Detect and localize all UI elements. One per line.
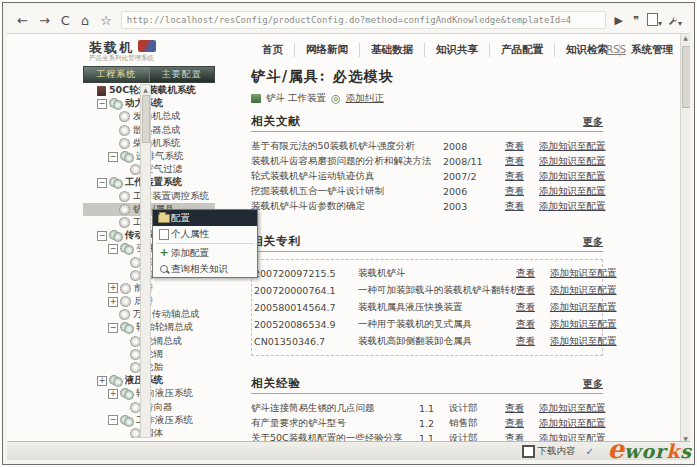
gears-icon [109, 177, 122, 188]
tree-toggle-icon[interactable]: − [108, 323, 118, 333]
add-knowledge-link[interactable]: 添加知识至配置 [539, 417, 606, 430]
tools-menu-button[interactable]: ▾ [668, 11, 682, 30]
tree-toggle-icon[interactable]: − [108, 152, 118, 162]
add-knowledge-link[interactable]: 添加知识至配置 [550, 335, 617, 348]
tree-toggle-icon[interactable]: + [108, 283, 118, 293]
row-cell: 200720097215.5 [254, 268, 358, 279]
view-link[interactable]: 查看 [505, 140, 539, 153]
wrench-icon [668, 16, 678, 26]
eworks-watermark: eworks [608, 434, 692, 464]
page-icon [647, 13, 658, 26]
sidebar-scrollbar[interactable]: ▲ [140, 84, 151, 438]
menu-separator [156, 243, 254, 244]
scrollbar-thumb[interactable] [142, 95, 150, 143]
go-icon[interactable]: ▶ [613, 13, 625, 28]
nav-item-6[interactable]: 系统管理 [620, 43, 684, 57]
download-box-icon [522, 445, 535, 458]
reload-icon[interactable]: C [59, 13, 72, 28]
row-cell: 有产量要求的铲斗型号 [251, 417, 419, 430]
row-cell: 一种可加装卸载斗的装载机铲斗翻转机构 [358, 284, 516, 297]
downloads-status-item[interactable]: 下载内容 [522, 445, 576, 458]
section-rows: 200720097215.5装载机铲斗查看添加知识至配置200720000764… [251, 259, 603, 356]
gears-icon [120, 388, 133, 399]
watermark-s: s [680, 440, 692, 462]
section-title: 相关专利 [251, 234, 301, 249]
nav-item-3[interactable]: 知识共享 [425, 43, 490, 57]
browser-status-bar: 下载内容 ✓ [7, 441, 690, 460]
table-row: 200720097215.5装载机铲斗查看添加知识至配置 [254, 265, 600, 282]
add-knowledge-link[interactable]: 添加知识至配置 [539, 185, 606, 198]
add-knowledge-link[interactable]: 添加知识至配置 [550, 301, 617, 314]
nav-item-2[interactable]: 基础数据 [360, 43, 425, 57]
add-knowledge-link[interactable]: 添加知识至配置 [550, 284, 617, 297]
knowledge-sections: 相关文献更多基于有限元法的50装载机铲斗强度分析2008查看添加知识至配置装载机… [251, 114, 603, 442]
add-knowledge-link[interactable]: 添加知识至配置 [539, 140, 606, 153]
add-knowledge-link[interactable]: 添加知识至配置 [550, 267, 617, 280]
search-icon [160, 265, 168, 273]
view-link[interactable]: 查看 [505, 402, 539, 415]
tree-toggle-icon[interactable]: − [97, 231, 107, 241]
scrollbar-thumb[interactable] [682, 46, 690, 108]
more-link[interactable]: 更多 [583, 377, 603, 391]
view-link[interactable]: 查看 [505, 417, 539, 430]
back-icon[interactable]: ← [15, 13, 30, 28]
more-link[interactable]: 更多 [583, 115, 603, 129]
tree-toggle-icon[interactable]: + [97, 376, 107, 386]
sidebar-tab-0[interactable]: 工程系统 [84, 67, 150, 82]
rss-link[interactable]: RSS [606, 44, 626, 55]
tree-item-label: 50C轮式装载机系统 [109, 84, 196, 97]
view-link[interactable]: 查看 [505, 170, 539, 183]
sidebar-tab-1[interactable]: 主要配置 [150, 67, 215, 82]
section-rows: 基于有限元法的50装载机铲斗强度分析2008查看添加知识至配置装载机斗齿容易磨损… [251, 139, 603, 214]
context-menu-label: 个人属性 [171, 228, 209, 241]
view-link[interactable]: 查看 [516, 301, 550, 314]
view-link[interactable]: 查看 [516, 284, 550, 297]
more-link[interactable]: 更多 [583, 235, 603, 249]
view-link[interactable]: 查看 [516, 318, 550, 331]
quote-icon[interactable]: ❞ [631, 13, 641, 28]
plus-icon: + [159, 248, 168, 258]
context-menu-item-1[interactable]: 个人属性 [153, 226, 257, 242]
view-link[interactable]: 查看 [516, 267, 550, 280]
tree-toggle-icon[interactable]: + [108, 389, 118, 399]
view-link[interactable]: 查看 [505, 155, 539, 168]
row-cell: CN01350346.7 [254, 336, 358, 347]
context-menu-item-3[interactable]: 查询相关知识 [153, 261, 257, 277]
view-link[interactable]: 查看 [516, 335, 550, 348]
page-menu-button[interactable]: ▾ [647, 11, 662, 30]
view-link[interactable]: 查看 [505, 200, 539, 213]
site-header: 装载机 产品全系列化管理系统 首页网络新闻基础数据知识共享产品配置知识检索系统管… [83, 39, 670, 65]
sidebar-tabs: 工程系统主要配置 [83, 66, 215, 83]
table-row: 铲斗连接筒易生锈的几点问题1.1设计部查看添加知识至配置 [251, 401, 603, 416]
context-menu-item-2[interactable]: +添加配置 [153, 245, 257, 261]
tree-toggle-icon[interactable]: − [108, 244, 118, 254]
browser-vertical-scrollbar[interactable]: ▲ ▼ [680, 34, 690, 442]
chrome-actions: ▶ ❞ ▾ ▾ [613, 11, 682, 30]
page-check-status-item[interactable]: ✓ [586, 446, 594, 457]
add-knowledge-link[interactable]: 添加知识至配置 [550, 318, 617, 331]
add-knowledge-link[interactable]: 添加知识至配置 [539, 200, 606, 213]
add-correction-link[interactable]: 添加纠正 [346, 92, 384, 105]
row-cell: 销售部 [449, 417, 505, 430]
bookmark-star-icon[interactable]: ☆ [98, 13, 114, 28]
address-bar[interactable]: http://localhost/resConfig/productConfig… [121, 11, 606, 29]
table-row: CN01350346.7装载机高卸侧翻装卸仓属具查看添加知识至配置 [254, 333, 600, 350]
tree-toggle-icon[interactable]: − [97, 99, 107, 109]
add-knowledge-link[interactable]: 添加知识至配置 [539, 155, 606, 168]
add-knowledge-link[interactable]: 添加知识至配置 [539, 170, 606, 183]
gear-icon [119, 204, 130, 215]
tree-toggle-icon[interactable]: + [108, 297, 118, 307]
view-link[interactable]: 查看 [505, 185, 539, 198]
forward-icon[interactable]: → [37, 13, 52, 28]
scroll-up-icon[interactable]: ▲ [143, 86, 148, 93]
nav-item-4[interactable]: 产品配置 [490, 43, 555, 57]
nav-item-0[interactable]: 首页 [251, 43, 295, 57]
nav-item-1[interactable]: 网络新闻 [295, 43, 360, 57]
tree-toggle-icon[interactable]: − [97, 178, 107, 188]
context-menu-item-0[interactable]: 配置 [153, 210, 257, 226]
home-icon[interactable]: ⌂ [79, 13, 91, 28]
logo-subtitle: 产品全系列化管理系统 [89, 54, 154, 63]
scroll-up-icon[interactable]: ▲ [683, 34, 688, 41]
add-knowledge-link[interactable]: 添加知识至配置 [539, 402, 606, 415]
tree-toggle-icon[interactable]: − [108, 415, 118, 425]
